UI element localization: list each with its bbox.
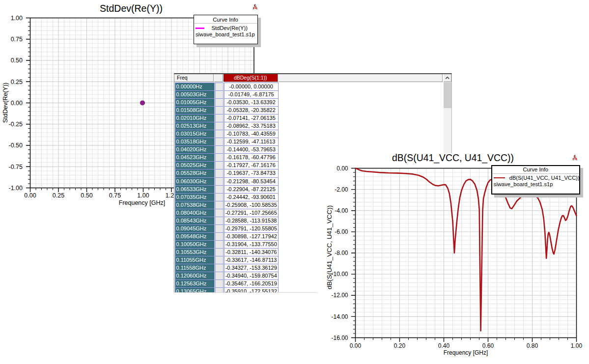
svg-text:0.00: 0.00 <box>350 342 362 349</box>
svg-text:0.50: 0.50 <box>81 192 92 199</box>
svg-text:1.00: 1.00 <box>11 15 23 22</box>
svg-text:StdDev(Re(Y)): StdDev(Re(Y)) <box>2 83 9 123</box>
svg-text:0.60: 0.60 <box>482 342 494 349</box>
svg-text:-10.00: -10.00 <box>331 271 348 278</box>
svg-text:-14.00: -14.00 <box>331 313 348 320</box>
svg-text:1.00: 1.00 <box>137 192 149 199</box>
svg-text:1.00: 1.00 <box>571 342 583 349</box>
svg-text:0.40: 0.40 <box>438 342 450 349</box>
svg-text:dB(S(U41_VCC, U41_VCC)): dB(S(U41_VCC, U41_VCC)) <box>326 205 333 289</box>
svg-text:0.00: 0.00 <box>24 192 36 199</box>
svg-text:0.80: 0.80 <box>527 342 538 349</box>
svg-text:-4.00: -4.00 <box>335 207 348 214</box>
svg-text:0.25: 0.25 <box>53 192 64 199</box>
svg-text:-1.00: -1.00 <box>9 185 23 192</box>
svg-text:-6.00: -6.00 <box>335 228 348 235</box>
svg-text:-16.00: -16.00 <box>331 335 348 341</box>
svg-text:0.75: 0.75 <box>109 192 121 199</box>
svg-text:-0.75: -0.75 <box>9 164 23 170</box>
svg-text:Frequency [GHz]: Frequency [GHz] <box>444 349 488 356</box>
svg-text:0.25: 0.25 <box>11 79 23 85</box>
svg-text:0.20: 0.20 <box>394 342 406 349</box>
svg-text:-2.00: -2.00 <box>335 186 348 193</box>
svg-text:0.50: 0.50 <box>11 57 23 64</box>
svg-text:dB(S(U41_VCC, U41_VCC)): dB(S(U41_VCC, U41_VCC)) <box>392 153 514 164</box>
svg-text:-12.00: -12.00 <box>331 292 348 299</box>
svg-text:0.00: 0.00 <box>337 165 348 172</box>
svg-text:0.75: 0.75 <box>11 36 23 43</box>
svg-text:-0.50: -0.50 <box>9 142 23 149</box>
svg-text:Frequency [GHz]: Frequency [GHz] <box>119 199 165 206</box>
svg-text:0.00: 0.00 <box>11 100 23 107</box>
svg-text:StdDev(Re(Y)): StdDev(Re(Y)) <box>100 3 163 14</box>
svg-text:-8.00: -8.00 <box>335 250 348 256</box>
svg-text:-0.25: -0.25 <box>9 121 23 128</box>
